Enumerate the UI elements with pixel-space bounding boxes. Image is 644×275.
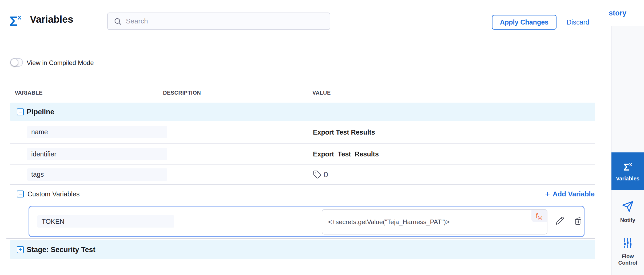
variable-identifier-value: Export_Test_Results — [313, 150, 379, 158]
sigma-x-icon: Σx — [10, 11, 21, 29]
sigma-x-icon: Σx — [623, 161, 632, 172]
compiled-mode-label: View in Compiled Mode — [27, 59, 94, 67]
token-description: - — [180, 218, 182, 225]
variable-name-value: Export Test Results — [313, 128, 375, 136]
sidebar-item-variables[interactable]: Σx Variables — [611, 152, 644, 190]
panel-header: Σx Variables Apply Changes Discard — [0, 0, 609, 43]
table-row-identifier: identifier Export_Test_Results — [10, 144, 595, 165]
custom-variable-row-token: TOKEN - f(x) — [29, 206, 585, 237]
tag-icon — [313, 170, 321, 179]
edit-variable-button[interactable] — [554, 215, 566, 228]
page-title: Variables — [30, 14, 73, 25]
apply-changes-button[interactable]: Apply Changes — [492, 15, 556, 30]
variables-panel: Σx Variables Apply Changes Discard View … — [0, 0, 609, 275]
toggle-knob — [11, 59, 18, 66]
section-divider — [6, 238, 595, 239]
variable-identifier-field: identifier — [27, 148, 167, 160]
search-input[interactable] — [122, 17, 330, 25]
column-header-value: VALUE — [312, 90, 331, 96]
column-header-description: DESCRIPTION — [163, 90, 201, 96]
stage-section-label: Stage: Security Test — [27, 245, 96, 254]
discard-button[interactable]: Discard — [567, 15, 589, 30]
pencil-icon — [555, 216, 565, 227]
sidebar-item-notify[interactable]: Notify — [611, 200, 644, 232]
fx-expression-icon[interactable]: f(x) — [531, 210, 547, 222]
table-row-tags: tags 0 — [10, 165, 595, 184]
table-row-name: name Export Test Results — [10, 121, 595, 144]
custom-variables-label: Custom Variables — [27, 190, 79, 198]
sidebar-item-flow-control[interactable]: Flow Control — [611, 237, 644, 274]
variable-tags-field: tags — [27, 168, 167, 181]
plus-icon: + — [545, 190, 550, 198]
sidebar-item-label: Flow Control — [614, 253, 641, 266]
paper-plane-icon — [622, 200, 634, 214]
custom-variables-section-row: − Custom Variables + Add Variable — [10, 184, 595, 203]
pipeline-section-row[interactable]: − Pipeline — [10, 103, 595, 121]
variable-token-field: TOKEN — [37, 215, 174, 228]
sidebar-item-label: Variables — [616, 175, 639, 182]
token-value-input-box: f(x) — [322, 209, 547, 234]
collapse-minus-icon[interactable]: − — [17, 108, 24, 115]
token-value-input[interactable] — [328, 210, 526, 234]
sidebar-item-label: Notify — [620, 217, 635, 223]
stage-section-row[interactable]: + Stage: Security Test — [10, 240, 595, 259]
right-toolbar: Σx Variables Notify — [611, 26, 644, 275]
tags-count: 0 — [324, 170, 328, 179]
add-variable-button[interactable]: + Add Variable — [545, 190, 595, 198]
history-link[interactable]: story — [609, 9, 626, 17]
search-box — [107, 13, 330, 30]
collapse-minus-icon[interactable]: − — [17, 191, 24, 197]
tags-value: 0 — [313, 170, 328, 179]
compiled-mode-toggle[interactable] — [10, 58, 23, 67]
column-header-variable: VARIABLE — [15, 90, 43, 96]
trash-icon — [573, 216, 583, 227]
delete-variable-button[interactable] — [572, 215, 584, 228]
variable-name-field: name — [27, 126, 167, 138]
pipeline-section-label: Pipeline — [27, 108, 54, 116]
search-icon — [114, 17, 122, 25]
expand-plus-icon[interactable]: + — [17, 246, 24, 253]
sliders-icon — [622, 237, 634, 250]
